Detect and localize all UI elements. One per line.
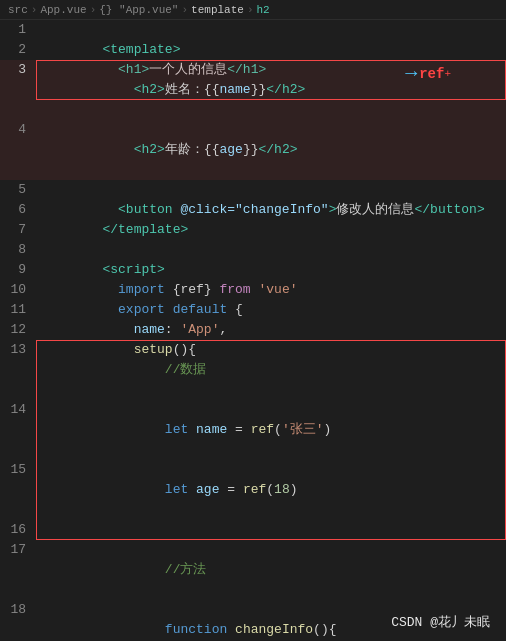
- line-number-5: 5: [0, 180, 36, 200]
- line-number-7: 7: [0, 220, 36, 240]
- line-content-17: //方法: [36, 540, 506, 600]
- line-number-13: 13: [0, 340, 36, 360]
- line-number-2: 2: [0, 40, 36, 60]
- breadcrumb-sep2: ›: [90, 4, 97, 16]
- ref-label: ref: [419, 66, 444, 82]
- line-number-11: 11: [0, 300, 36, 320]
- line-number-8: 8: [0, 240, 36, 260]
- breadcrumb-bar: src › App.vue › {} "App.vue" › template …: [0, 0, 506, 20]
- line-number-10: 10: [0, 280, 36, 300]
- ref-annotation: → ref +: [405, 62, 451, 85]
- line-number-6: 6: [0, 200, 36, 220]
- editor-area: 1 <template> 2 <h1>一个人的信息</h1> 3 <h2>姓名：…: [0, 20, 506, 641]
- line-1: 1 <template>: [0, 20, 506, 40]
- line-number-4: 4: [0, 120, 36, 140]
- breadcrumb-appvue[interactable]: App.vue: [40, 4, 86, 16]
- line-number-17: 17: [0, 540, 36, 560]
- line-13: 13 //数据: [0, 340, 506, 400]
- line-8: 8 <script>: [0, 240, 506, 260]
- ref-plus: +: [444, 68, 451, 80]
- line-4: 4 <h2>年龄：{{age}}</h2>: [0, 120, 506, 180]
- breadcrumb-h2: h2: [257, 4, 270, 16]
- line-number-9: 9: [0, 260, 36, 280]
- line-number-18: 18: [0, 600, 36, 620]
- lines-3-4-group: 3 <h2>姓名：{{name}}</h2> 4 <h2>年龄：{{age}}<…: [0, 60, 506, 180]
- breadcrumb-template[interactable]: template: [191, 4, 244, 16]
- line-14: 14 let name = ref('张三'): [0, 400, 506, 460]
- line-6: 6 </template>: [0, 200, 506, 220]
- line-17: 17 //方法: [0, 540, 506, 600]
- line-16: 16: [0, 520, 506, 540]
- line-7: 7: [0, 220, 506, 240]
- breadcrumb-src: src: [8, 4, 28, 16]
- breadcrumb-sep4: ›: [247, 4, 254, 16]
- line-number-14: 14: [0, 400, 36, 420]
- ref-arrow-icon: →: [405, 62, 417, 85]
- breadcrumb-obj: {} "App.vue": [99, 4, 178, 16]
- line-content-14: let name = ref('张三'): [36, 400, 506, 460]
- line-2: 2 <h1>一个人的信息</h1>: [0, 40, 506, 60]
- line-9: 9 import {ref} from 'vue': [0, 260, 506, 280]
- line-number-3: 3: [0, 60, 36, 80]
- line-number-16: 16: [0, 520, 36, 540]
- line-10: 10 export default {: [0, 280, 506, 300]
- lines-13-22-group: 13 //数据 14 let name = ref('张三') 15 let a…: [0, 340, 506, 641]
- line-number-15: 15: [0, 460, 36, 480]
- line-11: 11 name: 'App',: [0, 300, 506, 320]
- breadcrumb-sep1: ›: [31, 4, 38, 16]
- line-number-12: 12: [0, 320, 36, 340]
- line-content-13: //数据: [36, 340, 506, 400]
- line-12: 12 setup(){: [0, 320, 506, 340]
- csdn-watermark: CSDN @花丿未眠: [391, 613, 490, 631]
- line-number-1: 1: [0, 20, 36, 40]
- line-15: 15 let age = ref(18): [0, 460, 506, 520]
- line-5: 5 <button @click="changeInfo">修改人的信息</bu…: [0, 180, 506, 200]
- line-content-15: let age = ref(18): [36, 460, 506, 520]
- line-content-4: <h2>年龄：{{age}}</h2>: [36, 120, 506, 180]
- breadcrumb-sep3: ›: [181, 4, 188, 16]
